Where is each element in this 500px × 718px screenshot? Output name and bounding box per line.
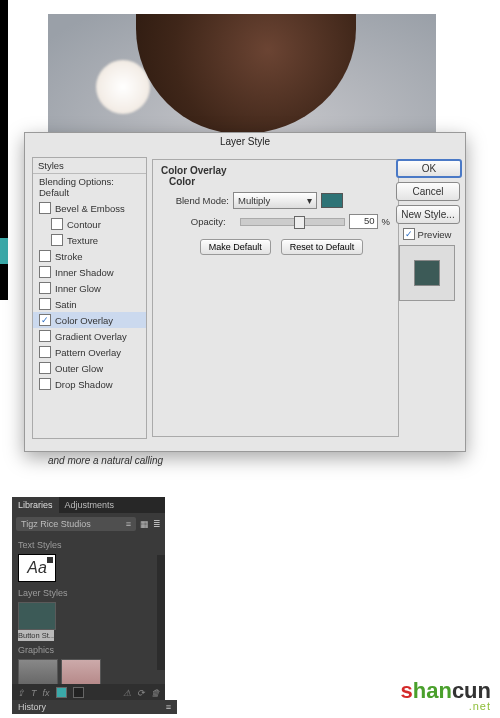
style-label: Drop Shadow [55,379,113,390]
fx-icon[interactable]: fx [43,688,50,698]
style-item[interactable]: Inner Shadow [33,264,146,280]
style-item[interactable]: ✓Color Overlay [33,312,146,328]
preview-checkbox[interactable]: ✓ [403,228,415,240]
style-label: Satin [55,299,77,310]
section-layer-styles: Layer Styles [18,588,159,598]
style-item[interactable]: Gradient Overlay [33,328,146,344]
effect-settings: Color Overlay Color Blend Mode: Multiply… [152,159,399,437]
style-checkbox[interactable] [51,234,63,246]
make-default-button[interactable]: Make Default [200,239,271,255]
styles-list: Styles Blending Options: Default Bevel &… [32,157,147,439]
warning-icon[interactable]: ⚠ [123,688,131,698]
color-swatch-icon[interactable] [73,687,84,698]
panel-menu-icon[interactable]: ≡ [166,702,171,712]
style-label: Pattern Overlay [55,347,121,358]
style-checkbox[interactable] [39,202,51,214]
libraries-panel: Libraries Adjustments Tigz Rice Studios≡… [12,497,165,701]
tab-adjustments[interactable]: Adjustments [59,497,121,513]
list-view-icon[interactable]: ≣ [153,519,161,529]
styles-header[interactable]: Styles [33,158,146,174]
cancel-button[interactable]: Cancel [396,182,460,201]
color-swatch-icon[interactable] [56,687,67,698]
style-label: Color Overlay [55,315,113,326]
blend-mode-label: Blend Mode: [173,195,229,206]
style-checkbox[interactable] [39,298,51,310]
library-dropdown[interactable]: Tigz Rice Studios≡ [16,517,136,531]
section-text-styles: Text Styles [18,540,159,550]
style-label: Stroke [55,251,82,262]
style-label: Bevel & Emboss [55,203,125,214]
type-icon[interactable]: T [31,688,37,698]
blending-options[interactable]: Blending Options: Default [33,174,146,200]
canvas-photo [48,14,436,134]
style-item[interactable]: Outer Glow [33,360,146,376]
style-label: Outer Glow [55,363,103,374]
effect-subtitle: Color [169,176,390,187]
style-checkbox[interactable] [39,378,51,390]
dialog-title: Layer Style [25,133,465,150]
section-graphics: Graphics [18,645,159,655]
layer-style-item[interactable]: Button St... [18,602,54,641]
style-item[interactable]: Drop Shadow [33,376,146,392]
style-item[interactable]: Stroke [33,248,146,264]
scrollbar[interactable] [157,555,165,670]
preview-box [399,245,455,301]
style-item[interactable]: Texture [33,232,146,248]
preview-label: Preview [418,229,452,240]
chevron-down-icon: ≡ [126,519,131,529]
link-icon[interactable]: ⇪ [17,688,25,698]
style-checkbox[interactable] [39,330,51,342]
style-checkbox[interactable] [39,266,51,278]
style-checkbox[interactable] [39,362,51,374]
style-item[interactable]: Contour [33,216,146,232]
style-checkbox[interactable]: ✓ [39,314,51,326]
chevron-down-icon: ▾ [307,195,312,206]
graphic-thumb[interactable] [18,659,58,686]
style-item[interactable]: Satin [33,296,146,312]
new-style-button[interactable]: New Style... [396,205,460,224]
slider-thumb[interactable] [294,216,305,229]
opacity-unit: % [382,216,390,227]
style-label: Gradient Overlay [55,331,127,342]
style-checkbox[interactable] [39,346,51,358]
opacity-slider[interactable] [240,218,345,226]
graphic-thumb[interactable] [61,659,101,686]
tab-libraries[interactable]: Libraries [12,497,59,513]
opacity-label: Opacity: [173,216,226,227]
layer-style-dialog: Layer Style Styles Blending Options: Def… [24,132,466,452]
style-label: Inner Shadow [55,267,114,278]
grid-view-icon[interactable]: ▦ [140,519,149,529]
style-checkbox[interactable] [39,250,51,262]
reset-default-button[interactable]: Reset to Default [281,239,364,255]
style-checkbox[interactable] [51,218,63,230]
trash-icon[interactable]: 🗑 [151,688,160,698]
opacity-input[interactable]: 50 [349,214,377,229]
text-style-item[interactable]: Aa [18,554,56,582]
style-item[interactable]: Bevel & Emboss [33,200,146,216]
style-label: Texture [67,235,98,246]
style-item[interactable]: Inner Glow [33,280,146,296]
blend-mode-select[interactable]: Multiply▾ [233,192,317,209]
cloud-icon[interactable]: ⟳ [137,688,145,698]
style-label: Contour [67,219,101,230]
caption-text: and more a natural calling [48,455,163,466]
watermark-logo: shancun .net [401,678,492,712]
side-accent [0,238,8,264]
style-label: Inner Glow [55,283,101,294]
history-panel-header[interactable]: History≡ [12,700,177,714]
style-checkbox[interactable] [39,282,51,294]
effect-title: Color Overlay [161,165,390,176]
overlay-color-swatch[interactable] [321,193,343,208]
ok-button[interactable]: OK [396,159,462,178]
style-item[interactable]: Pattern Overlay [33,344,146,360]
